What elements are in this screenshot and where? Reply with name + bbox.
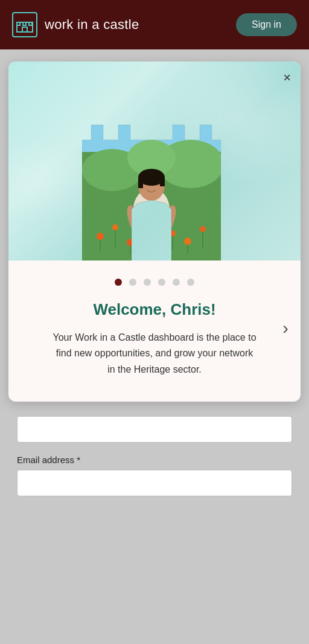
svg-point-21 <box>200 226 206 232</box>
svg-rect-14 <box>138 177 143 188</box>
app-header: work in a castle Sign in <box>0 0 309 49</box>
form-input-placeholder[interactable] <box>17 416 292 443</box>
next-arrow-button[interactable]: › <box>282 318 288 338</box>
email-label: Email address * <box>17 455 292 465</box>
castle-photo-container <box>82 92 227 260</box>
svg-rect-2 <box>23 22 26 25</box>
dot-3[interactable] <box>144 279 151 286</box>
dot-1[interactable] <box>115 279 122 286</box>
welcome-modal: × <box>8 62 301 402</box>
svg-point-17 <box>112 224 118 230</box>
sign-in-button[interactable]: Sign in <box>236 13 297 36</box>
logo: work in a castle <box>12 12 139 37</box>
dot-4[interactable] <box>158 279 165 286</box>
svg-rect-1 <box>17 22 20 25</box>
svg-point-20 <box>184 238 191 245</box>
svg-point-18 <box>127 239 134 246</box>
svg-rect-3 <box>29 22 32 25</box>
email-field-container: Email address * <box>8 443 301 496</box>
welcome-text: Your Work in a Castle dashboard is the p… <box>52 330 257 377</box>
svg-rect-4 <box>22 27 27 32</box>
page-background: × <box>0 49 309 644</box>
close-button[interactable]: × <box>283 70 291 86</box>
app-title: work in a castle <box>45 17 139 33</box>
content-wrapper: › Welcome, Chris! Your Work in a Castle … <box>27 279 282 377</box>
welcome-title: Welcome, Chris! <box>27 300 282 319</box>
dot-6[interactable] <box>187 279 194 286</box>
form-area <box>8 416 301 443</box>
dot-5[interactable] <box>173 279 180 286</box>
svg-point-16 <box>97 233 104 240</box>
email-input[interactable] <box>17 470 292 496</box>
modal-content-section: › Welcome, Chris! Your Work in a Castle … <box>8 260 301 402</box>
dot-2[interactable] <box>129 279 136 286</box>
svg-point-19 <box>170 230 176 236</box>
castle-logo-icon <box>12 12 37 37</box>
modal-image-section: × <box>8 62 301 260</box>
pagination-dots <box>27 279 282 286</box>
svg-rect-15 <box>160 177 165 186</box>
